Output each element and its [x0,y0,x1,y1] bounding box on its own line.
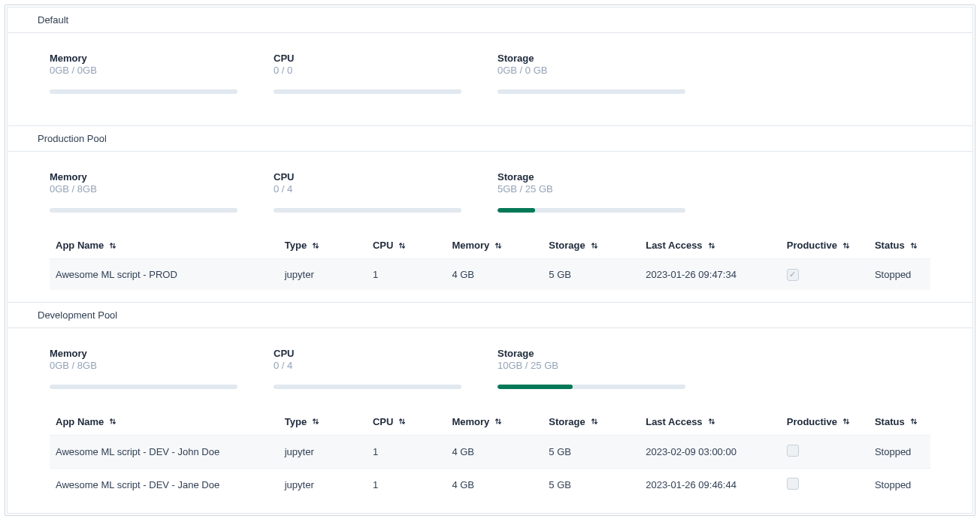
pool-body: Memory0GB / 8GBCPU0 / 4Storage5GB / 25 G… [8,152,972,302]
progress-bar [498,208,685,213]
cell-status: Stopped [869,468,930,501]
metric-storage: Storage0GB / 0 GB [498,53,685,94]
cell-productive [781,435,869,468]
metric-value: 0 / 4 [274,360,461,371]
sort-icon[interactable] [590,241,599,250]
cell-last-access: 2023-02-09 03:00:00 [640,435,781,468]
metric-memory: Memory0GB / 8GB [50,171,237,213]
metric-cpu: CPU0 / 4 [274,171,461,213]
cell-storage: 5 GB [543,259,640,290]
column-header-last-access[interactable]: Last Access [640,232,781,259]
column-header-productive[interactable]: Productive [781,409,869,436]
metric-value: 5GB / 25 GB [498,183,685,195]
cell-status: Stopped [869,259,930,290]
column-header-app-name[interactable]: App Name [50,409,279,436]
metric-label: Storage [498,171,685,183]
sort-icon[interactable] [707,241,716,250]
metric-label: CPU [274,53,461,64]
column-header-app-name[interactable]: App Name [50,232,279,259]
cell-app-name: Awesome ML script - DEV - John Doe [50,435,279,468]
progress-bar [274,89,461,94]
productive-checkbox[interactable] [787,478,799,490]
column-header-type[interactable]: Type [279,232,367,259]
metric-value: 0 / 0 [274,65,461,76]
cell-last-access: 2023-01-26 09:46:44 [640,468,781,501]
progress-bar [50,385,237,389]
productive-checkbox[interactable] [787,269,799,281]
pool-section: Production PoolMemory0GB / 8GBCPU0 / 4St… [7,126,973,303]
cell-memory: 4 GB [446,468,543,501]
sort-icon[interactable] [909,417,918,426]
sort-icon[interactable] [494,241,503,250]
metric-memory: Memory0GB / 0GB [50,53,237,94]
cell-storage: 5 GB [543,435,640,468]
table-row[interactable]: Awesome ML script - DEV - Jane Doejupyte… [50,468,930,501]
metric-value: 0 / 4 [274,183,461,195]
sort-icon[interactable] [842,241,851,250]
metrics-row: Memory0GB / 8GBCPU0 / 4Storage10GB / 25 … [50,348,930,389]
productive-checkbox[interactable] [787,445,799,457]
metric-label: CPU [274,348,461,359]
metric-value: 0GB / 8GB [50,183,237,195]
metric-value: 0GB / 8GB [50,360,237,371]
metric-label: Storage [498,348,685,359]
cell-type: jupyter [279,468,367,501]
progress-bar [50,89,237,94]
progress-bar [274,385,461,389]
column-header-status[interactable]: Status [869,232,930,259]
cell-type: jupyter [279,259,367,290]
sort-icon[interactable] [311,417,320,426]
cell-productive [781,468,869,501]
column-header-memory[interactable]: Memory [446,409,543,436]
pool-title[interactable]: Development Pool [8,303,972,328]
metric-storage: Storage10GB / 25 GB [498,348,685,389]
metric-value: 0GB / 0 GB [498,65,685,76]
dashboard-panel: DefaultMemory0GB / 0GBCPU0 / 0Storage0GB… [5,5,975,516]
pool-body: Memory0GB / 8GBCPU0 / 4Storage10GB / 25 … [8,328,972,513]
table-row[interactable]: Awesome ML script - DEV - John Doejupyte… [50,435,930,468]
sort-icon[interactable] [707,417,716,426]
cell-app-name: Awesome ML script - PROD [50,259,279,290]
pool-section: Development PoolMemory0GB / 8GBCPU0 / 4S… [7,303,973,514]
progress-bar [274,208,461,213]
sort-icon[interactable] [842,417,851,426]
sort-icon[interactable] [311,241,320,250]
metric-storage: Storage5GB / 25 GB [498,171,685,213]
metric-cpu: CPU0 / 0 [274,53,461,94]
column-header-type[interactable]: Type [279,409,367,436]
column-header-productive[interactable]: Productive [781,232,869,259]
column-header-storage[interactable]: Storage [543,409,640,436]
column-header-status[interactable]: Status [869,409,930,436]
pool-title[interactable]: Production Pool [8,126,972,152]
sort-icon[interactable] [108,417,117,426]
sort-icon[interactable] [398,241,407,250]
sort-icon[interactable] [398,417,407,426]
column-header-last-access[interactable]: Last Access [640,409,781,436]
cell-type: jupyter [279,435,367,468]
metric-label: Storage [498,53,685,64]
sort-icon[interactable] [590,417,599,426]
metric-label: Memory [50,53,237,64]
progress-bar [498,385,685,389]
cell-last-access: 2023-01-26 09:47:34 [640,259,781,290]
sort-icon[interactable] [108,241,117,250]
cell-cpu: 1 [367,468,446,501]
progress-bar [498,89,685,94]
apps-table: App NameTypeCPUMemoryStorageLast AccessP… [50,409,930,501]
sort-icon[interactable] [909,241,918,250]
column-header-cpu[interactable]: CPU [367,409,446,436]
column-header-cpu[interactable]: CPU [367,232,446,259]
pool-title[interactable]: Default [8,8,972,33]
metric-label: Memory [50,171,237,183]
metric-cpu: CPU0 / 4 [274,348,461,389]
metrics-row: Memory0GB / 8GBCPU0 / 4Storage5GB / 25 G… [50,171,930,213]
metrics-row: Memory0GB / 0GBCPU0 / 0Storage0GB / 0 GB [50,53,930,94]
progress-bar [50,208,237,213]
sort-icon[interactable] [494,417,503,426]
column-header-memory[interactable]: Memory [446,232,543,259]
column-header-storage[interactable]: Storage [543,232,640,259]
metric-label: CPU [274,171,461,183]
apps-table: App NameTypeCPUMemoryStorageLast AccessP… [50,232,930,290]
table-row[interactable]: Awesome ML script - PRODjupyter14 GB5 GB… [50,259,930,290]
metric-value: 10GB / 25 GB [498,360,685,371]
